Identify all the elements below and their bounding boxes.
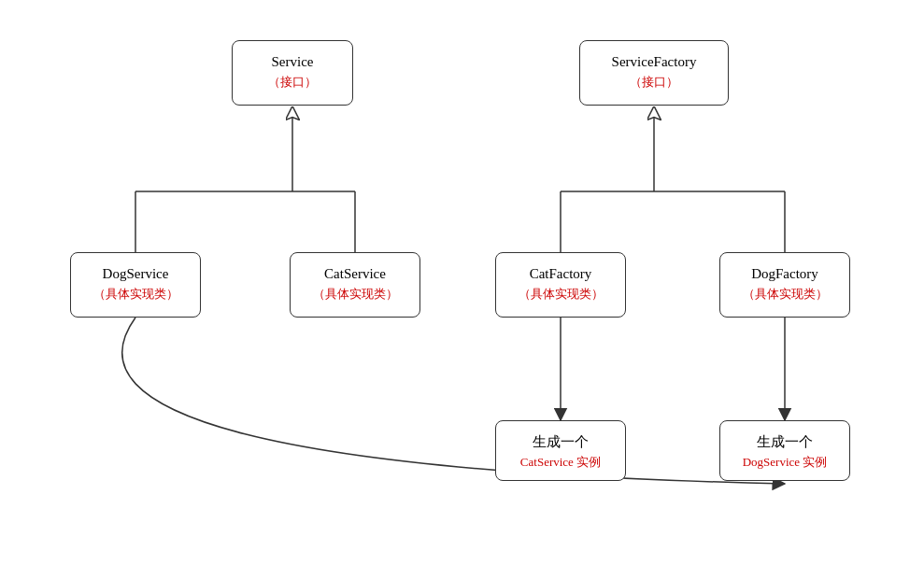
node-cs-subtitle: （具体实现类）: [304, 285, 406, 304]
node-service-subtitle: （接口）: [246, 73, 339, 92]
node-ci-title: 生成一个: [509, 431, 612, 453]
node-df-subtitle: （具体实现类）: [733, 285, 836, 304]
node-ds-title: DogService: [84, 262, 187, 285]
node-ds-subtitle: （具体实现类）: [84, 285, 187, 304]
diagram-container: Service （接口） ServiceFactory （接口） DogServ…: [0, 0, 924, 565]
node-di-title: 生成一个: [733, 431, 836, 453]
node-service-factory: ServiceFactory （接口）: [579, 40, 729, 106]
node-dog-instance: 生成一个 DogService 实例: [719, 420, 850, 481]
node-service: Service （接口）: [232, 40, 353, 106]
node-cf-subtitle: （具体实现类）: [509, 285, 612, 304]
node-cat-service: CatService （具体实现类）: [290, 252, 420, 318]
node-dog-service: DogService （具体实现类）: [70, 252, 201, 318]
node-df-title: DogFactory: [733, 262, 836, 285]
node-service-title: Service: [246, 50, 339, 73]
node-cf-title: CatFactory: [509, 262, 612, 285]
node-sf-title: ServiceFactory: [593, 50, 715, 73]
node-dog-factory: DogFactory （具体实现类）: [719, 252, 850, 318]
node-ci-subtitle: CatService 实例: [509, 453, 612, 473]
node-di-subtitle: DogService 实例: [733, 453, 836, 473]
node-cat-factory: CatFactory （具体实现类）: [495, 252, 626, 318]
node-sf-subtitle: （接口）: [593, 73, 715, 92]
node-cat-instance: 生成一个 CatService 实例: [495, 420, 626, 481]
node-cs-title: CatService: [304, 262, 406, 285]
